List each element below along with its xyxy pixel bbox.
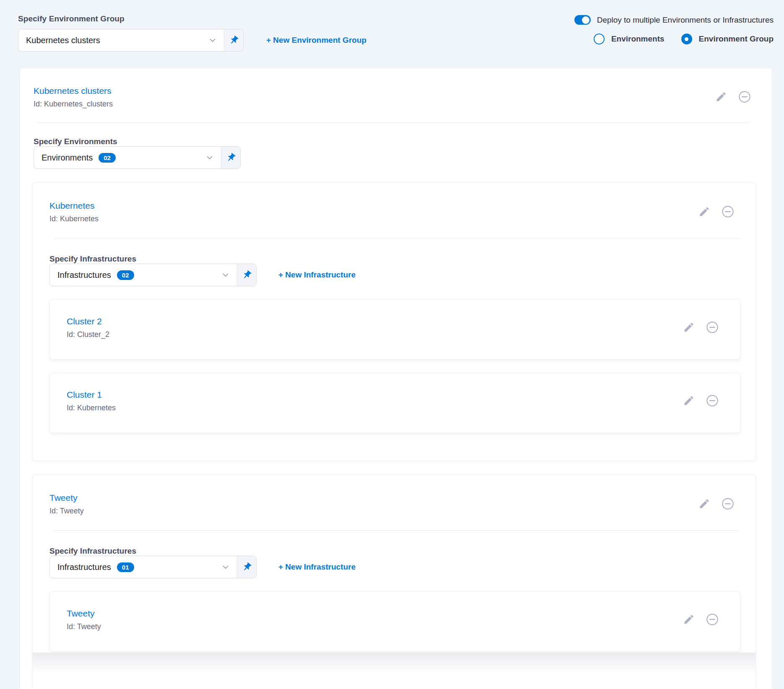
radio-environments-label: Environments (611, 34, 665, 44)
edit-environment-group-button[interactable] (715, 91, 727, 104)
scroll-fade (33, 653, 755, 674)
minus-circle-icon (706, 613, 719, 627)
environment-title-link[interactable]: Tweety (49, 493, 84, 503)
remove-infrastructure-button[interactable] (706, 321, 719, 335)
remove-environment-button[interactable] (721, 205, 735, 220)
radio-environments-icon[interactable] (594, 34, 605, 44)
chevron-down-icon (221, 562, 230, 572)
infrastructure-id: Id: Kubernetes (67, 404, 116, 412)
minus-circle-icon (721, 205, 735, 220)
infrastructures-select-value: Infrastructures (57, 270, 111, 280)
infrastructures-select-value: Infrastructures (57, 562, 111, 572)
environments-select[interactable]: Environments 02 (34, 146, 241, 169)
divider (54, 530, 739, 531)
divider (37, 122, 749, 123)
pushpin-icon (227, 33, 241, 47)
environment-title-link[interactable]: Kubernetes (49, 201, 99, 211)
minus-circle-icon (721, 497, 735, 512)
divider (54, 238, 739, 238)
infrastructure-card-cluster-1: Cluster 1 Id: Kubernetes (49, 373, 740, 433)
infrastructure-title-link[interactable]: Tweety (67, 609, 101, 619)
environment-card-tweety: Tweety Id: Tweety Specify Infrastructure… (32, 474, 756, 689)
infrastructure-title-link[interactable]: Cluster 1 (67, 390, 116, 400)
pin-environments-button[interactable] (221, 147, 240, 168)
infrastructures-count-badge: 02 (117, 270, 134, 280)
toggle-knob (582, 16, 589, 24)
environment-group-card: Kubernetes clusters Id: Kubernetes_clust… (20, 68, 772, 689)
new-infrastructure-link[interactable]: + New Infrastructure (278, 270, 356, 280)
pencil-icon (715, 91, 727, 104)
top-toolbar: Specify Environment Group Kubernetes clu… (0, 0, 784, 68)
infrastructure-id: Id: Tweety (67, 622, 101, 631)
environment-group-title-link[interactable]: Kubernetes clusters (34, 86, 113, 96)
radio-option-environments[interactable]: Environments (594, 34, 665, 44)
edit-infrastructure-button[interactable] (683, 321, 695, 334)
pencil-icon (698, 206, 710, 219)
edit-infrastructure-button[interactable] (683, 395, 695, 408)
edit-environment-button[interactable] (698, 206, 710, 219)
pin-infrastructures-button[interactable] (237, 264, 256, 286)
infrastructures-select-value-area[interactable]: Infrastructures 02 (50, 264, 237, 286)
remove-infrastructure-button[interactable] (706, 394, 719, 409)
infrastructures-select-value-area[interactable]: Infrastructures 01 (50, 556, 237, 578)
environment-group-select-value-area[interactable]: Kubernetes clusters (18, 29, 224, 51)
pushpin-icon (240, 560, 254, 574)
infrastructure-id: Id: Cluster_2 (67, 330, 109, 339)
deploy-multiple-toggle-label: Deploy to multiple Environments or Infra… (597, 16, 774, 25)
specify-environment-group-label: Specify Environment Group (18, 14, 366, 23)
environments-select-value: Environments (42, 153, 93, 163)
minus-circle-icon (706, 321, 719, 335)
environment-id: Id: Tweety (49, 507, 84, 515)
infrastructures-select[interactable]: Infrastructures 02 (49, 264, 257, 286)
new-environment-group-link[interactable]: + New Environment Group (266, 36, 366, 45)
radio-environment-group-icon[interactable] (681, 34, 692, 44)
radio-environment-group-label: Environment Group (699, 34, 774, 44)
infrastructures-select[interactable]: Infrastructures 01 (49, 556, 257, 578)
deploy-multiple-toggle[interactable] (574, 15, 591, 25)
chevron-down-icon (208, 36, 217, 45)
remove-environment-button[interactable] (721, 497, 735, 512)
pin-infrastructures-button[interactable] (237, 556, 256, 578)
remove-environment-group-button[interactable] (738, 90, 751, 105)
radio-option-environment-group[interactable]: Environment Group (681, 34, 774, 44)
infrastructure-card-tweety: Tweety Id: Tweety (49, 591, 740, 652)
pushpin-icon (240, 268, 254, 282)
environment-card-kubernetes: Kubernetes Id: Kubernetes Specify Infras… (32, 182, 756, 461)
chevron-down-icon (205, 153, 214, 162)
infrastructure-title-link[interactable]: Cluster 2 (67, 316, 109, 326)
pushpin-icon (224, 150, 238, 165)
environments-count-badge: 02 (99, 153, 116, 163)
infrastructures-count-badge: 01 (117, 562, 134, 572)
environment-group-id: Id: Kubernetes_clusters (34, 100, 113, 109)
environment-group-select[interactable]: Kubernetes clusters (18, 29, 244, 52)
chevron-down-icon (221, 270, 230, 280)
infrastructure-card-cluster-2: Cluster 2 Id: Cluster_2 (49, 299, 740, 360)
minus-circle-icon (738, 90, 751, 105)
minus-circle-icon (706, 394, 719, 409)
pencil-icon (683, 321, 695, 334)
new-infrastructure-link[interactable]: + New Infrastructure (278, 562, 356, 572)
environment-group-select-value: Kubernetes clusters (26, 36, 100, 45)
pencil-icon (683, 395, 695, 408)
remove-infrastructure-button[interactable] (706, 613, 719, 627)
specify-environments-label: Specify Environments (34, 137, 772, 146)
pin-environment-group-button[interactable] (224, 29, 243, 51)
pencil-icon (683, 614, 695, 627)
edit-infrastructure-button[interactable] (683, 614, 695, 627)
pencil-icon (698, 498, 710, 511)
environments-select-value-area[interactable]: Environments 02 (34, 147, 221, 168)
edit-environment-button[interactable] (698, 498, 710, 511)
environment-id: Id: Kubernetes (49, 215, 99, 223)
specify-infrastructures-label: Specify Infrastructures (49, 254, 755, 264)
specify-infrastructures-label: Specify Infrastructures (49, 547, 755, 556)
